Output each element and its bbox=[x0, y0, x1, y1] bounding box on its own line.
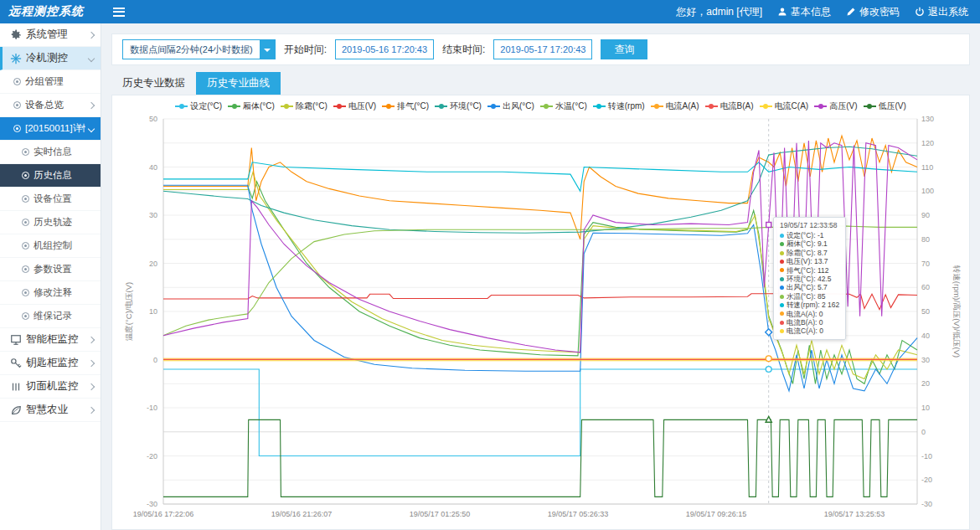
gear-icon bbox=[10, 29, 22, 41]
svg-text:90: 90 bbox=[921, 211, 930, 219]
chart-panel: 设定(°C)厢体(°C)除霜(°C)电压(V)排气(°C)环境(°C)出风(°C… bbox=[111, 95, 970, 530]
chevron-down-icon bbox=[88, 125, 95, 131]
tooltip-row: 水温(°C): 85 bbox=[780, 292, 839, 301]
cabinet-icon bbox=[10, 334, 22, 346]
sidebar-item-realtime-info[interactable]: 实时信息 bbox=[0, 141, 101, 164]
sidebar-item-unit-control[interactable]: 机组控制 bbox=[0, 234, 101, 258]
tooltip-row: 出风(°C): 5.7 bbox=[780, 283, 839, 291]
svg-text:0: 0 bbox=[921, 428, 926, 436]
sidebar-item-parameter-settings[interactable]: 参数设置 bbox=[0, 258, 101, 281]
sidebar-item-history-info[interactable]: 历史信息 bbox=[0, 164, 101, 188]
svg-text:0: 0 bbox=[153, 356, 157, 364]
tab-history-data[interactable]: 历史专业数据 bbox=[111, 72, 196, 95]
svg-text:130: 130 bbox=[921, 115, 934, 123]
sidebar-item-smart-cabinet[interactable]: 智能柜监控 bbox=[0, 328, 101, 352]
sidebar-item-slicer-monitoring[interactable]: 切面机监控 bbox=[0, 375, 101, 399]
bullet-icon bbox=[13, 101, 21, 109]
legend-item[interactable]: 水温(°C) bbox=[540, 100, 587, 112]
legend-item[interactable]: 设定(°C) bbox=[175, 100, 222, 112]
legend-item[interactable]: 低压(V) bbox=[864, 100, 906, 112]
legend-label: 电流A(A) bbox=[666, 100, 699, 112]
svg-text:20: 20 bbox=[921, 379, 930, 388]
legend-item[interactable]: 厢体(°C) bbox=[228, 100, 275, 112]
hover-marker bbox=[766, 329, 772, 336]
legend-item[interactable]: 出风(°C) bbox=[487, 100, 534, 112]
legend-label: 电压(V) bbox=[348, 100, 376, 112]
hover-marker bbox=[766, 223, 771, 228]
sidebar-item-group-management[interactable]: 分组管理 bbox=[0, 70, 101, 94]
hamburger-icon[interactable] bbox=[113, 8, 125, 17]
legend-symbol bbox=[814, 103, 827, 111]
bullet-icon bbox=[22, 219, 29, 226]
user-icon bbox=[777, 7, 787, 17]
legend-symbol bbox=[487, 103, 500, 111]
legend-item[interactable]: 电压(V) bbox=[333, 100, 376, 112]
start-time-input[interactable] bbox=[335, 39, 434, 59]
sidebar-item-cooler-monitoring[interactable]: 冷机测控 bbox=[0, 47, 101, 70]
svg-text:40: 40 bbox=[149, 163, 157, 172]
edit-icon bbox=[846, 7, 856, 17]
tooltip-row: 设定(°C): -1 bbox=[780, 231, 839, 239]
legend-label: 电流C(A) bbox=[775, 100, 809, 112]
tooltip-row: 电流A(A): 0 bbox=[780, 310, 839, 318]
bullet-icon bbox=[22, 312, 29, 320]
bullet-icon bbox=[22, 289, 29, 296]
sidebar-item-device-overview[interactable]: 设备总览 bbox=[0, 94, 101, 117]
legend-label: 出风(°C) bbox=[503, 100, 534, 112]
legend-label: 高压(V) bbox=[829, 100, 857, 112]
tooltip-row: 除霜(°C): 8.7 bbox=[780, 249, 839, 257]
legend-item[interactable]: 电流A(A) bbox=[651, 100, 699, 112]
tooltip-row: 环境(°C): 42.5 bbox=[780, 275, 839, 283]
sidebar-item-edit-remark[interactable]: 修改注释 bbox=[0, 281, 101, 305]
bullet-icon bbox=[22, 265, 29, 273]
legend-item[interactable]: 高压(V) bbox=[814, 100, 857, 112]
legend-symbol bbox=[435, 103, 447, 111]
svg-text:19/05/16 21:26:07: 19/05/16 21:26:07 bbox=[271, 510, 333, 518]
legend-item[interactable]: 转速(rpm) bbox=[593, 100, 645, 112]
query-button[interactable]: 查询 bbox=[601, 39, 647, 59]
bullet-icon bbox=[22, 195, 29, 203]
legend-symbol bbox=[864, 103, 876, 111]
bullet-icon bbox=[13, 125, 21, 132]
legend-item[interactable]: 排气(°C) bbox=[382, 100, 429, 112]
svg-text:20: 20 bbox=[149, 260, 157, 268]
svg-text:19/05/17 05:26:33: 19/05/17 05:26:33 bbox=[548, 510, 609, 518]
legend-symbol bbox=[175, 103, 188, 111]
legend-label: 厢体(°C) bbox=[243, 100, 275, 112]
sidebar-item-device-location[interactable]: 设备位置 bbox=[0, 188, 101, 211]
tooltip-row: 转速(rpm): 2 162 bbox=[780, 301, 839, 309]
chevron-right-icon bbox=[88, 406, 95, 413]
tooltip-row: 电流B(A): 0 bbox=[780, 318, 839, 327]
end-time-input[interactable] bbox=[493, 39, 592, 59]
logout-button[interactable]: 退出系统 bbox=[915, 5, 968, 19]
legend-label: 排气(°C) bbox=[397, 100, 429, 112]
sidebar-item-smart-agriculture[interactable]: 智慧农业 bbox=[0, 399, 101, 422]
legend-item[interactable]: 电流C(A) bbox=[760, 100, 809, 112]
svg-text:-10: -10 bbox=[921, 452, 932, 461]
svg-text:19/05/17 13:25:53: 19/05/17 13:25:53 bbox=[824, 510, 885, 518]
tooltip-row: 电流C(A): 0 bbox=[780, 327, 839, 335]
legend-item[interactable]: 除霜(°C) bbox=[281, 100, 328, 112]
sidebar-item-key-cabinet[interactable]: 钥匙柜监控 bbox=[0, 352, 101, 375]
legend-symbol bbox=[651, 103, 663, 111]
sidebar-item-history-track[interactable]: 历史轨迹 bbox=[0, 211, 101, 234]
sidebar-item-maintenance-records[interactable]: 维保记录 bbox=[0, 305, 101, 328]
legend-label: 低压(V) bbox=[879, 100, 906, 112]
svg-text:50: 50 bbox=[921, 307, 930, 316]
sidebar-item-device-detail[interactable]: [20150011]详情 bbox=[0, 117, 101, 141]
legend-symbol bbox=[540, 103, 553, 111]
legend-label: 环境(°C) bbox=[450, 100, 482, 112]
sidebar-item-system-management[interactable]: 系统管理 bbox=[0, 23, 101, 47]
svg-text:19/05/16 17:22:06: 19/05/16 17:22:06 bbox=[133, 510, 194, 518]
svg-text:-30: -30 bbox=[147, 500, 157, 508]
legend-item[interactable]: 电流B(A) bbox=[705, 100, 754, 112]
interval-select[interactable]: 数据点间隔2分钟(24小时数据) bbox=[122, 39, 276, 59]
legend-item[interactable]: 环境(°C) bbox=[435, 100, 482, 112]
change-password-button[interactable]: 修改密码 bbox=[846, 5, 900, 19]
end-time-label: 结束时间: bbox=[442, 43, 485, 57]
svg-text:100: 100 bbox=[921, 187, 934, 195]
basic-info-button[interactable]: 基本信息 bbox=[777, 5, 831, 19]
tab-history-curve[interactable]: 历史专业曲线 bbox=[196, 72, 281, 95]
bullet-icon bbox=[22, 242, 29, 250]
legend-label: 除霜(°C) bbox=[296, 100, 328, 112]
